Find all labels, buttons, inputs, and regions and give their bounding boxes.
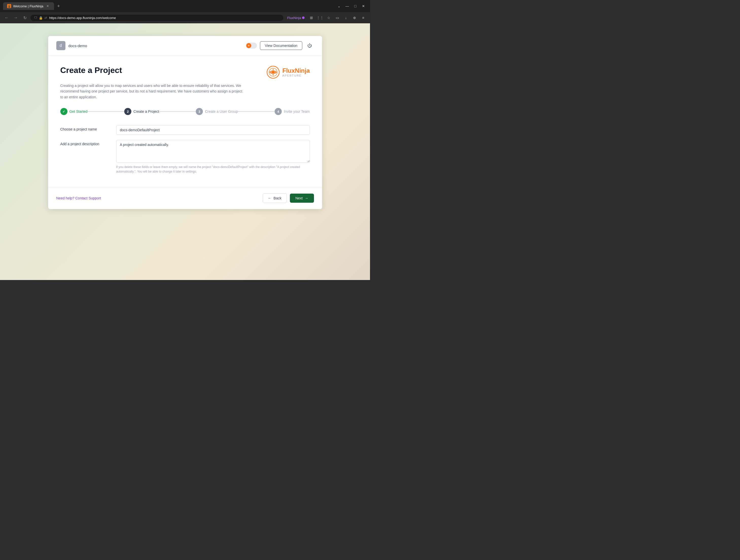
org-avatar: d [56,41,66,50]
power-button[interactable]: ⏻ [305,41,314,50]
form-section: Choose a project name Add a project desc… [60,125,310,174]
card-footer: Need help? Contact Support ← Back Next → [48,187,322,209]
step-1-circle: ✓ [60,108,68,115]
address-bar[interactable]: 🛡 🔒 ⇄ https://docs-demo.app.fluxninja.co… [30,15,283,21]
project-description-label: Add a project description [60,140,111,146]
extensions-button[interactable]: ⊞ [308,14,315,21]
sidebar-toggle-button[interactable]: ▭ [334,14,341,21]
tab-bar: 🥷 Welcome | FluxNinja ✕ + [3,2,62,10]
footer-buttons: ← Back Next → [263,193,314,203]
browser-menu-button[interactable]: ≡ [359,14,367,21]
description-text: Creating a project will allow you to map… [60,83,243,100]
toggle-thumb: ☀ [246,43,251,48]
window-maximize-button[interactable]: □ [352,3,359,10]
header-right: ☀ View Documentation ⏻ [246,41,314,50]
window-controls: ⌄ — □ ✕ [336,3,367,10]
browser-profile[interactable]: FluxNinja [285,15,306,20]
next-arrow-icon: → [305,196,308,200]
browser-toolbar-right: FluxNinja ⊞ ⋮⋮ ☆ ▭ ↓ ⊕ ≡ [285,14,367,21]
nav-forward-button[interactable]: → [12,14,19,21]
next-button[interactable]: Next → [290,194,314,203]
project-description-row: Add a project description A project crea… [60,140,310,174]
project-name-label: Choose a project name [60,125,111,131]
brand-logo: FluxNinja APERTURE [267,66,310,79]
profile-status-dot [302,16,304,19]
brand-name: FluxNinja [282,68,310,74]
brand-logo-icon [267,66,280,79]
nav-refresh-button[interactable]: ↻ [21,14,28,21]
step-4: 4 Invite your Team [275,108,310,115]
theme-toggle[interactable]: ☀ [246,42,257,49]
step-2-label: Create a Project [133,109,159,114]
step-4-label: Invite your Team [284,109,310,114]
page-title: Create a Project [60,66,122,75]
page-title-row: Create a Project [60,66,310,79]
view-documentation-button[interactable]: View Documentation [260,41,302,50]
extensions-puzzle-button[interactable]: ⊕ [351,14,358,21]
card-body: Create a Project [48,55,322,187]
tab-title: Welcome | FluxNinja [13,4,43,8]
tab-favicon: 🥷 [7,4,11,8]
toggle-track[interactable]: ☀ [246,42,257,49]
svg-line-6 [276,72,277,72]
project-name-input[interactable] [116,125,310,135]
step-line-1 [88,111,124,112]
org-name: docs-demo [69,43,87,48]
address-url-text: https://docs-demo.app.fluxninja.com/welc… [49,16,280,20]
window-minimize-button[interactable]: — [344,3,351,10]
step-3-label: Create a User Group [205,109,238,114]
step-1: ✓ Get Started [60,108,88,115]
page-background: d docs-demo ☀ View Documentation ⏻ Creat… [0,23,370,280]
window-dropdown-button[interactable]: ⌄ [336,3,343,10]
browser-titlebar: 🥷 Welcome | FluxNinja ✕ + ⌄ — □ ✕ [0,0,370,12]
step-line-2 [159,111,196,112]
brand-sub: APERTURE [282,74,310,77]
browser-chrome: 🥷 Welcome | FluxNinja ✕ + ⌄ — □ ✕ ← → ↻ … [0,0,370,23]
step-1-label: Get Started [70,109,88,114]
new-tab-button[interactable]: + [55,3,62,10]
step-3-circle: 3 [196,108,203,115]
card-header: d docs-demo ☀ View Documentation ⏻ [48,36,322,55]
project-description-container: A project created automatically. If you … [116,140,310,174]
step-2-circle: 2 [124,108,131,115]
stepper: ✓ Get Started 2 Create a Project 3 Creat… [60,108,310,115]
step-2: 2 Create a Project [124,108,159,115]
svg-line-5 [269,72,270,72]
back-button[interactable]: ← Back [263,193,287,203]
address-security-icons: 🛡 🔒 ⇄ [34,16,47,20]
form-hint-text: If you delete these fields or leave them… [116,165,310,174]
nav-back-button[interactable]: ← [3,14,10,21]
browser-navbar: ← → ↻ 🛡 🔒 ⇄ https://docs-demo.app.fluxni… [0,12,370,23]
screenshot-button[interactable]: ↓ [342,14,350,21]
project-description-textarea[interactable]: A project created automatically. [116,140,310,163]
window-close-button[interactable]: ✕ [360,3,367,10]
help-link[interactable]: Need help? Contact Support [56,196,101,200]
active-tab[interactable]: 🥷 Welcome | FluxNinja ✕ [3,2,54,10]
step-4-circle: 4 [275,108,282,115]
step-line-3 [238,111,275,112]
tab-close-button[interactable]: ✕ [45,4,50,8]
apps-button[interactable]: ⋮⋮ [316,14,324,21]
brand-logo-text: FluxNinja APERTURE [282,68,310,77]
step-3: 3 Create a User Group [196,108,238,115]
main-card: d docs-demo ☀ View Documentation ⏻ Creat… [48,36,322,209]
project-name-row: Choose a project name [60,125,310,135]
bookmark-button[interactable]: ☆ [325,14,333,21]
back-arrow-icon: ← [268,196,272,200]
